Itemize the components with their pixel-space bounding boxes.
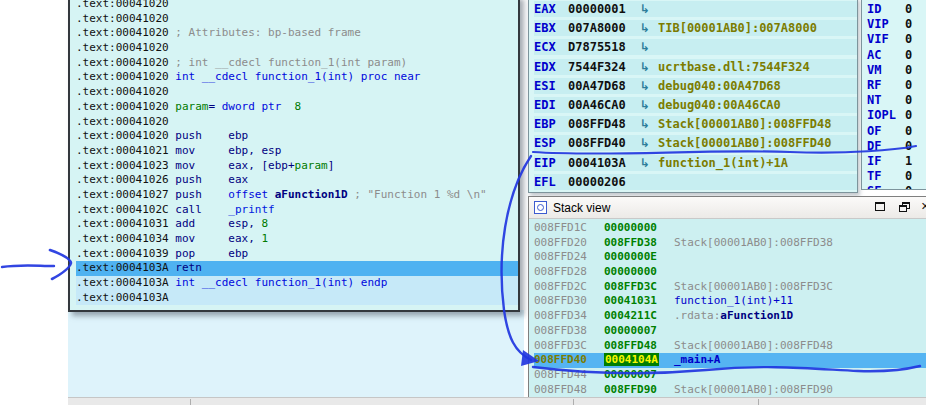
asm-line[interactable]: .text:00041020 ; int __cdecl function_1(…	[76, 56, 518, 71]
flags-panel[interactable]: ID0VIP0VIF0AC0VM0RF0NT0IOPL0OF0DF0IF1TF0…	[861, 0, 926, 190]
register-row[interactable]: EDI00A46CA0↳debug040:00A46CA0	[534, 97, 857, 116]
flag-row[interactable]: VM0	[867, 63, 926, 78]
stack-row[interactable]: 008FFD1C00000000	[534, 221, 926, 236]
register-value[interactable]: 007A8000	[568, 20, 640, 36]
register-row[interactable]: ESI00A47D68↳debug040:00A47D68	[534, 78, 857, 97]
follow-arrow-icon[interactable]: ↳	[640, 59, 658, 75]
stack-row[interactable]: 008FFD3800000007	[534, 324, 926, 339]
asm-line[interactable]: .text:00041039 pop ebp	[76, 247, 518, 262]
register-row[interactable]: EIP0004103A↳function_1(int)+1A	[534, 155, 857, 174]
flag-row[interactable]: DF0	[867, 139, 926, 154]
register-row[interactable]: EAX00000001↳	[534, 1, 857, 20]
asm-line[interactable]: .text:00041031 add esp, 8	[76, 217, 518, 232]
close-button[interactable]: ✕	[921, 200, 926, 213]
follow-arrow-icon[interactable]: ↳	[640, 20, 658, 36]
asm-line[interactable]: .text:00041034 mov eax, 1	[76, 232, 518, 247]
register-value[interactable]: 00A47D68	[568, 78, 640, 94]
stack-row[interactable]: 008FFD2800000000	[534, 265, 926, 280]
stack-titlebar[interactable]: Stack view ✕	[529, 197, 926, 219]
stack-row[interactable]: 008FFD48008FFD90Stack[00001AB0]:008FFD90	[534, 383, 926, 398]
follow-arrow-icon[interactable]: ↳	[640, 116, 658, 132]
asm-token: .text:00041020	[76, 85, 169, 98]
asm-line[interactable]: .text:00041020 param= dword ptr 8	[76, 100, 518, 115]
asm-line[interactable]: .text:00041026 push eax	[76, 173, 518, 188]
stack-row[interactable]: 008FFD4400000007	[534, 368, 926, 383]
asm-line[interactable]: .text:00041020	[76, 0, 518, 12]
asm-token: offset	[228, 188, 274, 201]
register-row[interactable]: ESP008FFD40↳Stack[00001AB0]:008FFD40	[534, 135, 857, 154]
stack-row[interactable]: 008FFD3000041031function_1(int)+11	[534, 294, 926, 309]
asm-line[interactable]: .text:00041020 ; Attributes: bp-based fr…	[76, 26, 518, 41]
asm-line[interactable]: .text:00041020 push ebp	[76, 129, 518, 144]
register-annotation: debug040:00A46CA0	[658, 98, 781, 112]
asm-line[interactable]: .text:0004103A int __cdecl function_1(in…	[76, 276, 518, 291]
register-row[interactable]: EBP008FFD48↳Stack[00001AB0]:008FFD48	[534, 116, 857, 135]
flag-value: 0	[905, 139, 912, 153]
register-value[interactable]: 00000001	[568, 1, 640, 17]
asm-line[interactable]: .text:0004102C call _printf	[76, 203, 518, 218]
asm-line[interactable]: .text:00041021 mov ebp, esp	[76, 144, 518, 159]
follow-arrow-icon[interactable]: ↳	[640, 39, 658, 55]
register-row[interactable]: ECXD7875518↳	[534, 39, 857, 58]
flag-row[interactable]: ID0	[867, 2, 926, 17]
flag-row[interactable]: NT0	[867, 93, 926, 108]
follow-arrow-icon[interactable]: ↳	[640, 78, 658, 94]
asm-token: pop ebp	[175, 247, 248, 260]
flag-row[interactable]: RF0	[867, 78, 926, 93]
flag-row[interactable]: AC0	[867, 48, 926, 63]
follow-arrow-icon[interactable]: ↳	[640, 155, 658, 171]
flag-row[interactable]: OF0	[867, 124, 926, 139]
restore-button[interactable]	[899, 202, 911, 213]
flag-row[interactable]: VIP0	[867, 17, 926, 32]
register-value[interactable]: 008FFD48	[568, 116, 640, 132]
stack-address: 008FFD2C	[534, 280, 604, 295]
flag-row[interactable]: TF0	[867, 169, 926, 184]
flag-row[interactable]: IOPL0	[867, 108, 926, 123]
stack-row[interactable]: 008FFD400004104A_main+A	[534, 353, 926, 368]
bottom-scrollbar[interactable]	[68, 397, 926, 405]
asm-line[interactable]: .text:00041020 int __cdecl function_1(in…	[76, 70, 518, 85]
stack-row[interactable]: 008FFD340004211C.rdata:aFunction1D	[534, 309, 926, 324]
flag-name: SF	[867, 184, 905, 190]
register-row[interactable]: EBX007A8000↳TIB[00001AB0]:007A8000	[534, 20, 857, 39]
follow-arrow-icon[interactable]: ↳	[640, 97, 658, 113]
follow-arrow-icon[interactable]: ↳	[640, 135, 658, 151]
flag-row[interactable]: IF1	[867, 154, 926, 169]
stack-row[interactable]: 008FFD240000000E	[534, 250, 926, 265]
register-value[interactable]: 7544F324	[568, 59, 640, 75]
stack-row[interactable]: 008FFD3C008FFD48Stack[00001AB0]:008FFD48	[534, 339, 926, 354]
follow-arrow-icon[interactable]: ↳	[640, 1, 658, 17]
disassembly-panel[interactable]: .text:00041020.text:00041020.text:000410…	[68, 0, 520, 312]
register-value[interactable]: 00000206	[568, 174, 640, 190]
asm-line[interactable]: .text:0004103A	[76, 291, 518, 306]
asm-line[interactable]: .text:00041027 push offset aFunction1D ;…	[76, 188, 518, 203]
register-name: ESP	[534, 135, 568, 151]
register-annotation: TIB[00001AB0]:007A8000	[658, 21, 817, 35]
register-value[interactable]: D7875518	[568, 39, 640, 55]
asm-token: .text:00041020	[76, 115, 169, 128]
asm-token: .text:00041020	[76, 12, 169, 25]
register-value[interactable]: 008FFD40	[568, 135, 640, 151]
register-row[interactable]: EDX7544F324↳ucrtbase.dll:7544F324	[534, 59, 857, 78]
asm-line[interactable]: .text:00041020	[76, 41, 518, 56]
stack-annotation: Stack[00001AB0]:008FFD90	[674, 383, 833, 396]
asm-line[interactable]: .text:00041020	[76, 115, 518, 130]
stack-value: 0000000E	[604, 250, 657, 263]
register-value[interactable]: 00A46CA0	[568, 97, 640, 113]
asm-line[interactable]: .text:00041020	[76, 12, 518, 27]
stack-row[interactable]: 008FFD2C008FFD3CStack[00001AB0]:008FFD3C	[534, 280, 926, 295]
register-name: EBX	[534, 20, 568, 36]
registers-panel[interactable]: EAX00000001↳EBX007A8000↳TIB[00001AB0]:00…	[528, 0, 858, 193]
asm-line[interactable]: .text:00041023 mov eax, [ebp+param]	[76, 159, 518, 174]
register-name: EBP	[534, 116, 568, 132]
maximize-button[interactable]	[875, 202, 885, 211]
flag-row[interactable]: VIF0	[867, 32, 926, 47]
register-value[interactable]: 0004103A	[568, 155, 640, 171]
stack-address: 008FFD40	[534, 353, 604, 368]
register-row[interactable]: EFL00000206	[534, 174, 857, 193]
asm-line[interactable]: .text:00041020	[76, 85, 518, 100]
stack-row[interactable]: 008FFD20008FFD38Stack[00001AB0]:008FFD38	[534, 236, 926, 251]
stack-value: 0004211C	[604, 309, 657, 322]
flag-row[interactable]: SF0	[867, 184, 926, 190]
asm-line[interactable]: .text:0004103A retn	[76, 261, 518, 276]
